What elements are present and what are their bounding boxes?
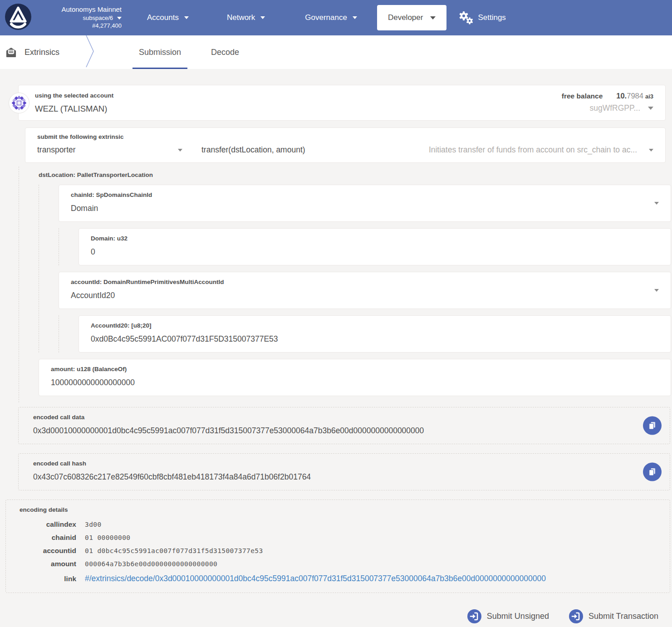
chevron-down-icon — [654, 202, 659, 205]
balance-fraction: 7984 — [627, 92, 643, 100]
encoded-call-hash-value: 0x43c07c608326c217e82549f60cbf8cbf481eb4… — [33, 472, 633, 482]
account-address[interactable]: sugWfRGPP... — [562, 103, 653, 113]
detail-row-link: link #/extrinsics/decode/0x3d00010000000… — [20, 574, 656, 583]
main-menu: Accounts Network Governance Developer — [122, 0, 506, 35]
account-label: using the selected account — [35, 92, 113, 100]
domain-param[interactable]: Domain: u32 0 — [78, 228, 671, 265]
detail-row-amount: amount 000064a7b3b6e00d0000000000000000 — [20, 560, 656, 568]
chevron-down-icon — [649, 149, 653, 152]
menu-developer[interactable]: Developer — [377, 5, 447, 30]
dst-location-children: chainId: SpDomainsChainId Domain Domain:… — [39, 185, 671, 353]
section-label: Extrinsics — [25, 48, 59, 57]
encoded-call-hash-box: encoded call hash 0x43c07c608326c217e825… — [18, 453, 670, 490]
page-content: using the selected account WEZL (TALISMA… — [0, 69, 672, 627]
call-params: dstLocation: PalletTransporterLocation c… — [19, 167, 671, 402]
encoding-details-title: encoding details — [20, 506, 656, 514]
copy-call-hash-button[interactable] — [643, 463, 662, 481]
pallet-value: transporter — [37, 145, 76, 155]
account-id20-param[interactable]: AccountId20: [u8;20] 0xd0Bc4c95c5991AC00… — [78, 315, 671, 353]
chain-id-children: Domain: u32 0 — [59, 228, 671, 265]
account-id-value: AccountId20 — [71, 290, 648, 301]
free-balance: free balance10.7984ai3 — [562, 92, 653, 100]
chevron-down-icon — [178, 149, 182, 152]
gears-icon — [458, 11, 474, 24]
copy-icon — [648, 421, 657, 430]
balance-integer: 10. — [616, 92, 627, 100]
detail-row-chainid: chainid 01 00000000 — [20, 534, 656, 542]
chevron-down-icon — [260, 16, 265, 19]
encoding-details-box: encoding details callindex 3d00 chainid … — [5, 500, 670, 593]
sign-in-icon — [467, 609, 481, 623]
encoded-call-data-box: encoded call data 0x3d00010000000001d0bc… — [18, 407, 670, 444]
account-id-children: AccountId20: [u8;20] 0xd0Bc4c95c5991AC00… — [59, 315, 671, 353]
sign-in-icon — [569, 609, 583, 623]
extrinsic-label: submit the following extrinsic — [37, 133, 653, 141]
extrinsic-selects: transporter transfer(dstLocation, amount… — [37, 145, 653, 155]
copy-icon — [648, 467, 657, 476]
chain-id-param[interactable]: chainId: SpDomainsChainId Domain — [59, 185, 671, 222]
detail-row-accountid: accountid 01 d0bc4c95c5991ac007f077d31f5… — [20, 547, 656, 555]
account-name: WEZL (TALISMAN) — [35, 103, 113, 114]
top-nav-bar: Autonomys Mainnet subspace/6 #4,277,400 … — [0, 0, 672, 35]
account-id-param[interactable]: accountId: DomainRuntimePrimitivesMultiA… — [59, 272, 671, 309]
chevron-down-icon — [654, 289, 659, 292]
extrinsics-envelope-icon — [6, 47, 16, 58]
detail-row-callindex: callindex 3d00 — [20, 520, 656, 529]
extrinsic-select-box: submit the following extrinsic transport… — [25, 127, 666, 163]
account-id20-value-input[interactable]: 0xd0Bc4c95c5991AC007f077d31F5D315007377E… — [91, 334, 648, 344]
decode-link[interactable]: #/extrinsics/decode/0x3d00010000000001d0… — [85, 574, 546, 583]
chain-id-value: Domain — [71, 203, 648, 214]
method-dropdown[interactable]: transfer(dstLocation, amount) Initiates … — [201, 145, 653, 155]
menu-accounts[interactable]: Accounts — [147, 13, 189, 22]
account-balance-block: free balance10.7984ai3 sugWfRGPP... — [562, 92, 653, 114]
breadcrumb-chevron-icon — [86, 35, 95, 69]
account-info: using the selected account WEZL (TALISMA… — [35, 92, 113, 114]
action-buttons: Submit Unsigned Submit Transaction — [0, 609, 658, 623]
chevron-down-icon — [117, 17, 122, 20]
tab-submission[interactable]: Submission — [124, 35, 196, 69]
section-title: Extrinsics — [6, 35, 59, 69]
account-selector[interactable]: using the selected account WEZL (TALISMA… — [18, 85, 666, 121]
encoded-call-data-value: 0x3d00010000000001d0bc4c95c5991ac007f077… — [33, 426, 633, 436]
chevron-down-icon — [184, 16, 189, 19]
chain-name: Autonomys Mainnet — [40, 5, 122, 14]
account-identicon — [9, 93, 29, 113]
chevron-down-icon — [648, 107, 653, 110]
domain-value-input[interactable]: 0 — [91, 247, 648, 257]
chevron-down-icon — [430, 16, 436, 20]
copy-call-data-button[interactable] — [643, 416, 662, 435]
chain-info[interactable]: Autonomys Mainnet subspace/6 #4,277,400 — [40, 5, 122, 29]
chevron-down-icon — [353, 16, 357, 19]
menu-network[interactable]: Network — [227, 13, 265, 22]
submit-transaction-button[interactable]: Submit Transaction — [569, 609, 658, 623]
tab-decode[interactable]: Decode — [196, 35, 254, 69]
autonomys-logo-icon[interactable] — [5, 3, 32, 32]
block-number: #4,277,400 — [40, 22, 122, 29]
balance-unit: ai3 — [645, 93, 653, 100]
chain-runtime[interactable]: subspace/6 — [40, 15, 122, 22]
method-description: Initiates transfer of funds from account… — [429, 145, 649, 155]
dst-location-label: dstLocation: PalletTransporterLocation — [39, 171, 671, 179]
amount-param[interactable]: amount: u128 (BalanceOf) 100000000000000… — [39, 359, 671, 396]
menu-settings[interactable]: Settings — [458, 11, 505, 24]
amount-value-input[interactable]: 1000000000000000000 — [51, 377, 648, 388]
method-value: transfer(dstLocation, amount) — [201, 145, 305, 155]
tab-bar: Extrinsics Submission Decode — [0, 35, 672, 69]
submit-unsigned-button[interactable]: Submit Unsigned — [467, 609, 549, 623]
menu-governance[interactable]: Governance — [305, 13, 357, 22]
tabs: Submission Decode — [124, 35, 254, 69]
pallet-dropdown[interactable]: transporter — [37, 145, 182, 155]
